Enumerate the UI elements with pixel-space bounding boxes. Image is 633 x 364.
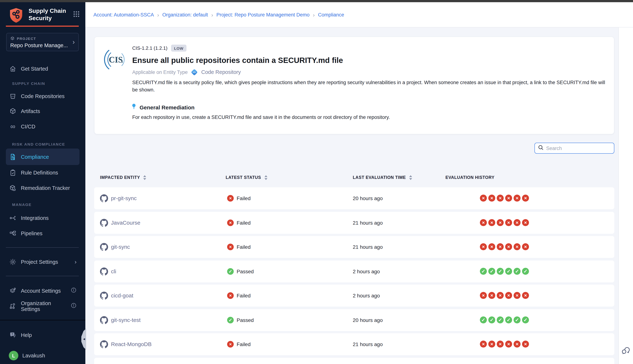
history-failed-icon: ×: [480, 340, 487, 348]
status-failed-icon: ×: [227, 219, 234, 226]
sidebar-item-user-profile[interactable]: L Lavakush: [6, 348, 80, 363]
github-icon: [100, 316, 108, 326]
entity-name[interactable]: cicd-goat: [111, 292, 133, 298]
sidebar-item-cicd[interactable]: ∞ CI/CD: [6, 119, 80, 134]
column-header-latest-status[interactable]: LATEST STATUS: [226, 175, 267, 180]
sidebar-bottom-divider: [0, 320, 85, 320]
github-icon: [100, 194, 108, 204]
sidebar-item-organization-settings[interactable]: Organization Settings: [6, 299, 80, 314]
evaluation-time: 2 hours ago: [353, 268, 380, 274]
breadcrumb-compliance-link[interactable]: Compliance: [318, 12, 344, 18]
status-label: Passed: [237, 317, 254, 323]
sidebar: Supply Chain Security PROJECT Repo Pos: [0, 2, 85, 364]
history-failed-icon: ×: [514, 292, 521, 299]
browser-top-strip: [0, 0, 633, 2]
history-failed-icon: ×: [480, 292, 487, 299]
section-manage: MANAGE: [12, 201, 32, 208]
history-failed-icon: ×: [514, 340, 521, 348]
remediation-heading: General Remediation: [140, 104, 194, 110]
rule-title: Ensure all public repositories contain a…: [132, 56, 343, 65]
history-failed-icon: ×: [514, 194, 521, 202]
history-failed-icon: ×: [505, 340, 512, 348]
history-passed-icon: ✓: [522, 268, 529, 274]
history-passed-icon: ✓: [480, 268, 487, 274]
history-failed-icon: ×: [522, 340, 529, 348]
sidebar-item-rule-definitions[interactable]: Rule Definitions: [6, 165, 80, 180]
sidebar-item-artifacts[interactable]: Artifacts: [6, 104, 80, 118]
svg-text:CIS: CIS: [109, 55, 123, 64]
history-passed-icon: ✓: [497, 316, 504, 323]
table-row[interactable]: cli ✓ Passed 2 hours ago ✓✓✓✓✓✓: [94, 260, 614, 282]
org-structure-gear-icon: [9, 302, 17, 310]
status-label: Failed: [237, 244, 251, 250]
entity-name[interactable]: git-sync-test: [111, 317, 141, 323]
column-header-impacted-entity[interactable]: IMPACTED ENTITY: [100, 175, 146, 180]
search-input[interactable]: [546, 146, 611, 151]
entity-name[interactable]: JavaCourse: [111, 219, 140, 226]
entity-name[interactable]: React-MongoDB: [111, 341, 152, 347]
status-failed-icon: ×: [227, 195, 234, 202]
layers-gear-icon: [9, 287, 17, 294]
integrations-icon: [9, 214, 17, 222]
status-passed-icon: ✓: [227, 317, 234, 323]
sidebar-item-help[interactable]: ? Help: [6, 328, 80, 342]
history-failed-icon: ×: [497, 243, 504, 250]
evaluation-time: 21 hours ago: [353, 341, 383, 347]
breadcrumb-separator-icon: ›: [157, 12, 159, 18]
history-cell: ××××××: [480, 340, 529, 348]
history-failed-icon: ×: [480, 194, 487, 202]
sidebar-item-integrations[interactable]: Integrations: [6, 211, 80, 225]
history-cell: ××××××: [480, 243, 529, 250]
entity-name[interactable]: pr-git-sync: [111, 195, 137, 201]
column-header-last-evaluation-time[interactable]: LAST EVALUATION TIME: [353, 175, 412, 180]
info-icon[interactable]: [71, 302, 77, 310]
history-cell: ✓✓✓✓✓✓: [480, 268, 529, 274]
sort-icon: [409, 175, 412, 180]
sidebar-item-get-started[interactable]: Get Started: [6, 62, 80, 76]
history-passed-icon: ✓: [505, 316, 512, 323]
table-row[interactable]: pr-git-sync × Failed 20 hours ago ××××××: [94, 187, 614, 209]
table-row[interactable]: ✓: [94, 358, 614, 364]
table-row[interactable]: cicd-goat × Failed 2 hours ago ××××××: [94, 284, 614, 306]
project-selector[interactable]: PROJECT Repo Posture Manage... ›: [6, 33, 79, 51]
clipboard-check-icon: [9, 169, 17, 176]
table-row[interactable]: git-sync × Failed 21 hours ago ××××××: [94, 236, 614, 258]
history-failed-icon: ×: [488, 219, 495, 226]
table-row[interactable]: git-sync-test ✓ Passed 20 hours ago ✓✓✓✓…: [94, 309, 614, 331]
breadcrumb-organization-link[interactable]: Organization: default: [162, 12, 208, 18]
history-failed-icon: ×: [522, 243, 529, 250]
sidebar-item-label: Compliance: [21, 154, 49, 160]
sidebar-item-account-settings[interactable]: Account Settings: [6, 284, 80, 298]
history-failed-icon: ×: [497, 194, 504, 202]
breadcrumb-separator-icon: ›: [211, 12, 213, 18]
module-switcher-icon[interactable]: [73, 11, 80, 19]
info-icon[interactable]: [71, 287, 77, 294]
table-row[interactable]: JavaCourse × Failed 21 hours ago ××××××: [94, 212, 614, 234]
history-passed-icon: ✓: [514, 316, 521, 323]
breadcrumb-account-link[interactable]: Account: Automation-SSCA: [93, 12, 154, 18]
support-chat-button[interactable]: [621, 346, 631, 357]
entity-name[interactable]: git-sync: [111, 244, 130, 250]
status-failed-icon: ×: [227, 244, 234, 250]
history-cell: ××××××: [480, 194, 529, 202]
table-row[interactable]: React-MongoDB × Failed 21 hours ago ××××…: [94, 333, 614, 355]
table-body: pr-git-sync × Failed 20 hours ago ××××××…: [94, 187, 614, 364]
help-chat-icon: ?: [9, 332, 17, 339]
sidebar-item-label: Pipelines: [21, 230, 43, 236]
sidebar-item-project-settings[interactable]: Project Settings ›: [6, 254, 80, 269]
history-cell: ✓✓✓✓✓✓: [480, 316, 529, 323]
sidebar-item-label: Integrations: [21, 215, 49, 221]
sidebar-item-label: Rule Definitions: [21, 170, 58, 176]
sidebar-item-compliance[interactable]: Compliance: [6, 148, 80, 165]
status-label: Failed: [237, 293, 251, 298]
status-label: Failed: [237, 220, 251, 226]
rule-description: SECURITY.md file is a security policy fi…: [132, 79, 607, 93]
history-failed-icon: ×: [514, 243, 521, 250]
entity-name[interactable]: cli: [111, 268, 116, 274]
breadcrumb-project-link[interactable]: Project: Repo Posture Management Demo: [216, 12, 310, 18]
sidebar-item-label: Organization Settings: [21, 300, 67, 312]
sidebar-item-code-repositories[interactable]: </> Code Repositories: [6, 89, 80, 104]
history-failed-icon: ×: [522, 194, 529, 202]
sidebar-item-pipelines[interactable]: Pipelines: [6, 226, 80, 241]
sidebar-item-remediation-tracker[interactable]: Remediation Tracker: [6, 181, 80, 195]
